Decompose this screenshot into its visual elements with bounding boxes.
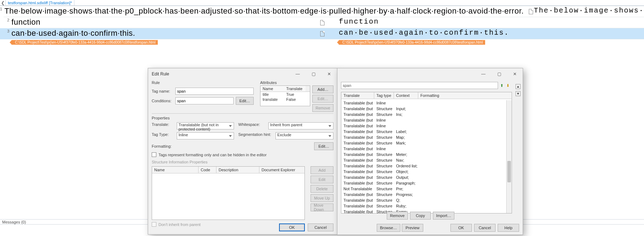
parser-rule-row[interactable]: Translatable (but n…StructureProgress; xyxy=(341,192,506,197)
parser-rule-row[interactable]: Not TranslatableStructurePre; xyxy=(341,186,506,192)
tag-name-label: Tag name: xyxy=(152,89,173,93)
edit-rule-dialog: Edit Rule — ▢ ✕ Rule Tag name: Condition… xyxy=(148,68,337,235)
segment-row[interactable]: 3can·be·used·again·to·confirm·this.can·b… xyxy=(0,28,644,39)
translate-select[interactable]: Translatable (but not in protected conte… xyxy=(177,122,234,129)
parser-rule-row[interactable]: Translatable (but n…StructureNav; xyxy=(341,157,506,163)
segmentation-hint-label: Segmentation hint: xyxy=(238,132,271,139)
segment-target[interactable]: can·be·used·again·to·confirm·this. xyxy=(338,28,644,39)
parser-rule-row[interactable]: Translatable (but n…StructureMap; xyxy=(341,134,506,140)
move-rule-up-button[interactable]: ▲ xyxy=(516,84,521,89)
attr-col-name: Name xyxy=(260,86,284,92)
struct-movedown-button: Move Down xyxy=(311,203,333,211)
dialog-title: Edit Rule — ▢ ✕ xyxy=(148,68,337,80)
segment-status[interactable] xyxy=(317,17,338,28)
parser-rule-row[interactable]: Translatable (but n…StructureMark; xyxy=(341,140,506,146)
attr-remove-button: Remove xyxy=(312,104,333,112)
segment-status[interactable] xyxy=(525,6,533,17)
minimize-button[interactable]: — xyxy=(475,68,491,80)
parser-import-button[interactable]: Import… xyxy=(433,212,454,220)
minimize-button[interactable]: — xyxy=(290,68,306,80)
structure-info-grid[interactable]: Name Code Description Document Explorer xyxy=(152,166,305,220)
attributes-section-header: Attributes xyxy=(260,80,333,85)
struct-col-name: Name xyxy=(152,167,199,173)
segment-target[interactable]: The·below·image·shows·that·the·p0_pblock… xyxy=(533,6,644,17)
parser-rule-row[interactable]: Translatable (but n…StructureIns; xyxy=(341,112,506,117)
parser-rule-row[interactable]: Translatable (but n…StructureOrdered lis… xyxy=(341,163,506,169)
struct-edit-button: Edit xyxy=(311,176,333,183)
parser-rule-row[interactable]: Translatable (but n…Inline xyxy=(341,146,506,152)
source-file-path-tag: C:\SDL Project\Test\prj\en-US\4f370fe0-1… xyxy=(11,40,158,45)
rule-section-header: Rule xyxy=(152,80,254,85)
attr-add-button[interactable]: Add… xyxy=(312,85,333,93)
maximize-button[interactable]: ▢ xyxy=(306,68,321,80)
col-formatting[interactable]: Formatting xyxy=(418,92,512,99)
segment-source[interactable]: The·below·image·shows·that·the·p0_pblock… xyxy=(4,6,525,17)
tags-formatting-label: Tags represent formatting only and can b… xyxy=(158,153,267,157)
parser-rule-row[interactable]: Translatable (but n…Inline xyxy=(341,123,506,129)
whitespace-label: Whitespace: xyxy=(238,122,264,129)
segment-number: 3 xyxy=(0,28,11,39)
attributes-grid[interactable]: Name Translate titleTruetranslateFalse xyxy=(260,85,310,106)
segment-row[interactable]: 1The·below·image·shows·that·the·p0_pbloc… xyxy=(0,6,644,17)
parser-search-input[interactable] xyxy=(341,82,498,89)
col-translate[interactable]: Translate xyxy=(341,92,374,99)
parser-preview-button[interactable]: Preview xyxy=(402,224,423,232)
parser-rule-row[interactable]: Translatable (but n…StructureInput; xyxy=(341,106,506,112)
grid-scrollbar[interactable] xyxy=(506,100,512,213)
parser-title-bar: — ▢ ✕ xyxy=(337,68,523,80)
parser-rule-row[interactable]: Translatable (but n…StructureQ; xyxy=(341,197,506,203)
parser-rule-row[interactable]: Translatable (but n…StructureObject; xyxy=(341,169,506,174)
tag-name-input[interactable] xyxy=(175,88,254,95)
segment-target[interactable]: function xyxy=(338,17,644,28)
close-button[interactable]: ✕ xyxy=(321,68,337,80)
parser-help-button[interactable]: Help xyxy=(498,224,519,232)
formatting-edit-button[interactable]: Edit… xyxy=(314,142,333,150)
struct-moveup-button: Move Up xyxy=(311,194,333,202)
parser-rule-row[interactable]: Translatable (but n…StructureOutput; xyxy=(341,174,506,180)
maximize-button[interactable]: ▢ xyxy=(491,68,507,80)
search-next-icon[interactable]: ⬇ xyxy=(506,83,510,88)
parser-cancel-button[interactable]: Cancel xyxy=(474,224,496,232)
parser-rule-row[interactable]: Translatable (but n…StructureParagraph; xyxy=(341,180,506,186)
tag-type-select[interactable]: Inline xyxy=(177,132,234,139)
col-context[interactable]: Context xyxy=(394,92,418,99)
segmentation-hint-select[interactable]: Exclude xyxy=(275,132,333,139)
conditions-label: Conditions: xyxy=(152,99,173,103)
tag-type-label: Tag Type: xyxy=(152,132,172,139)
parser-remove-button[interactable]: Remove xyxy=(387,212,408,220)
parser-ok-button[interactable]: OK xyxy=(450,224,472,232)
attribute-row[interactable]: translateFalse xyxy=(260,97,310,102)
parser-copy-button[interactable]: Copy xyxy=(410,212,431,220)
ok-button[interactable]: OK xyxy=(279,223,305,231)
tab-document[interactable]: testforspan.html.sdlxliff [Translation]* xyxy=(6,0,74,5)
close-button[interactable]: ✕ xyxy=(507,68,523,80)
whitespace-select[interactable]: Inherit from parent xyxy=(268,122,333,129)
attr-col-translate: Translate xyxy=(284,86,306,92)
parser-browse-button[interactable]: Browse… xyxy=(377,224,400,232)
parser-rule-row[interactable]: Translatable (but n…StructureRuby; xyxy=(341,203,506,209)
conditions-input[interactable] xyxy=(175,97,234,104)
formatting-label: Formatting: xyxy=(152,144,172,148)
attribute-row[interactable]: titleTrue xyxy=(260,92,310,97)
segment-row[interactable]: 2functionfunction xyxy=(0,17,644,28)
tab-scroll-left[interactable]: ❮ xyxy=(0,0,6,5)
segment-status[interactable] xyxy=(317,28,338,39)
tags-formatting-checkbox[interactable] xyxy=(152,152,156,157)
segment-source[interactable]: can·be·used·again·to·confirm·this. xyxy=(11,28,317,39)
parser-rule-row[interactable]: Translatable (but n…Inline xyxy=(341,117,506,123)
cancel-button[interactable]: Cancel xyxy=(308,223,333,231)
col-tag-type[interactable]: Tag type xyxy=(374,92,394,99)
segment-number: 2 xyxy=(0,17,11,28)
parser-rules-grid[interactable]: Translate Tag type Context Formatting Tr… xyxy=(341,92,512,213)
attr-edit-button: Edit… xyxy=(312,95,333,103)
parser-rule-row[interactable]: Translatable (but n…Inline xyxy=(341,100,506,106)
target-file-path-tag: C:\SDL Project\Test\prj\en-US\4f370fe0-1… xyxy=(339,40,485,45)
parser-rule-row[interactable]: Translatable (but n…StructureMeter; xyxy=(341,152,506,157)
search-prev-icon[interactable]: ⬆ xyxy=(499,83,504,88)
segment-source[interactable]: function xyxy=(11,17,317,28)
dont-inherit-checkbox xyxy=(152,222,156,227)
parser-rule-row[interactable]: Translatable (but n…StructureLabel; xyxy=(341,129,506,134)
move-rule-down-button[interactable]: ▼ xyxy=(516,91,521,96)
status-doc-icon xyxy=(529,9,533,14)
conditions-edit-button[interactable]: Edit… xyxy=(236,97,254,105)
